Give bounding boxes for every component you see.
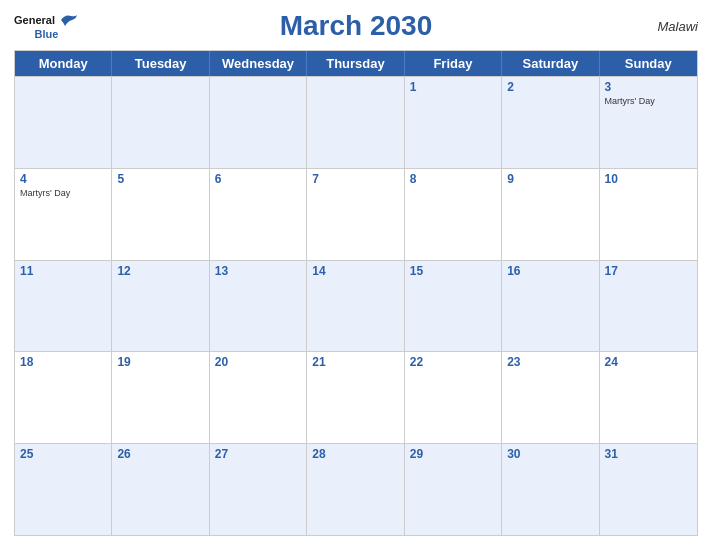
- day-cell: 14: [307, 261, 404, 352]
- day-cell: 13: [210, 261, 307, 352]
- day-number: 23: [507, 355, 593, 369]
- logo-bird-icon: [57, 12, 79, 28]
- day-cell: 16: [502, 261, 599, 352]
- day-number: 2: [507, 80, 593, 94]
- day-number: 29: [410, 447, 496, 461]
- day-number: 8: [410, 172, 496, 186]
- day-header-monday: Monday: [15, 51, 112, 76]
- day-number: 6: [215, 172, 301, 186]
- day-cell: 7: [307, 169, 404, 260]
- day-number: 18: [20, 355, 106, 369]
- week-row-2: 4Martyrs' Day5678910: [15, 168, 697, 260]
- day-cell: 28: [307, 444, 404, 535]
- day-cell: 15: [405, 261, 502, 352]
- day-number: 17: [605, 264, 692, 278]
- day-number: 28: [312, 447, 398, 461]
- day-number: 26: [117, 447, 203, 461]
- day-number: 25: [20, 447, 106, 461]
- day-header-friday: Friday: [405, 51, 502, 76]
- event-label: Martyrs' Day: [20, 188, 106, 199]
- week-row-3: 11121314151617: [15, 260, 697, 352]
- day-number: 14: [312, 264, 398, 278]
- day-header-wednesday: Wednesday: [210, 51, 307, 76]
- day-number: 11: [20, 264, 106, 278]
- day-number: 7: [312, 172, 398, 186]
- day-number: 16: [507, 264, 593, 278]
- day-number: 24: [605, 355, 692, 369]
- day-cell: 30: [502, 444, 599, 535]
- day-number: 19: [117, 355, 203, 369]
- day-cell: 8: [405, 169, 502, 260]
- day-cell: 29: [405, 444, 502, 535]
- day-cell: [210, 77, 307, 168]
- day-number: 31: [605, 447, 692, 461]
- calendar-title: March 2030: [280, 10, 433, 42]
- weeks-container: 123Martyrs' Day4Martyrs' Day567891011121…: [15, 76, 697, 535]
- day-cell: 12: [112, 261, 209, 352]
- day-cell: [15, 77, 112, 168]
- day-cell: 23: [502, 352, 599, 443]
- logo-blue-text: Blue: [35, 28, 59, 40]
- day-header-thursday: Thursday: [307, 51, 404, 76]
- day-cell: 6: [210, 169, 307, 260]
- day-cell: 1: [405, 77, 502, 168]
- day-cell: [307, 77, 404, 168]
- day-cell: 25: [15, 444, 112, 535]
- day-cell: 24: [600, 352, 697, 443]
- generalblue-logo: General Blue: [14, 12, 79, 40]
- day-cell: 22: [405, 352, 502, 443]
- day-number: 12: [117, 264, 203, 278]
- day-cell: 10: [600, 169, 697, 260]
- day-headers-row: MondayTuesdayWednesdayThursdayFridaySatu…: [15, 51, 697, 76]
- week-row-5: 25262728293031: [15, 443, 697, 535]
- day-cell: 4Martyrs' Day: [15, 169, 112, 260]
- day-cell: 9: [502, 169, 599, 260]
- day-cell: 3Martyrs' Day: [600, 77, 697, 168]
- day-cell: 27: [210, 444, 307, 535]
- day-cell: 20: [210, 352, 307, 443]
- day-cell: 21: [307, 352, 404, 443]
- day-number: 4: [20, 172, 106, 186]
- week-row-1: 123Martyrs' Day: [15, 76, 697, 168]
- calendar-grid: MondayTuesdayWednesdayThursdayFridaySatu…: [14, 50, 698, 536]
- day-cell: 17: [600, 261, 697, 352]
- week-row-4: 18192021222324: [15, 351, 697, 443]
- calendar-header: General Blue March 2030 Malawi: [14, 10, 698, 42]
- day-number: 27: [215, 447, 301, 461]
- day-cell: 11: [15, 261, 112, 352]
- day-number: 15: [410, 264, 496, 278]
- day-cell: 2: [502, 77, 599, 168]
- day-cell: 26: [112, 444, 209, 535]
- day-number: 1: [410, 80, 496, 94]
- day-number: 10: [605, 172, 692, 186]
- day-number: 3: [605, 80, 692, 94]
- day-cell: 18: [15, 352, 112, 443]
- day-number: 21: [312, 355, 398, 369]
- day-number: 13: [215, 264, 301, 278]
- day-header-tuesday: Tuesday: [112, 51, 209, 76]
- logo-general-text: General: [14, 14, 55, 26]
- country-label: Malawi: [658, 19, 698, 34]
- calendar-container: General Blue March 2030 Malawi MondayTue…: [0, 0, 712, 550]
- day-number: 9: [507, 172, 593, 186]
- day-cell: 5: [112, 169, 209, 260]
- day-number: 20: [215, 355, 301, 369]
- day-cell: 19: [112, 352, 209, 443]
- day-header-saturday: Saturday: [502, 51, 599, 76]
- day-number: 5: [117, 172, 203, 186]
- day-cell: 31: [600, 444, 697, 535]
- day-number: 30: [507, 447, 593, 461]
- day-cell: [112, 77, 209, 168]
- day-header-sunday: Sunday: [600, 51, 697, 76]
- day-number: 22: [410, 355, 496, 369]
- event-label: Martyrs' Day: [605, 96, 692, 107]
